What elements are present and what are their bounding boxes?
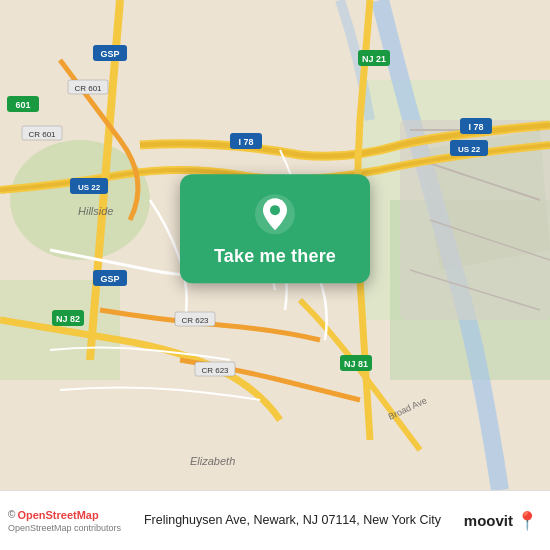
osm-logo: OpenStreetMap (17, 509, 98, 521)
osm-attribution: © OpenStreetMap (8, 509, 121, 521)
moovit-logo: moovit 📍 (464, 510, 538, 532)
svg-text:NJ 21: NJ 21 (362, 54, 386, 64)
svg-text:Hillside: Hillside (78, 205, 113, 217)
osm-contributors: OpenStreetMap contributors (8, 523, 121, 533)
svg-text:I 78: I 78 (238, 137, 253, 147)
svg-text:601: 601 (15, 100, 30, 110)
bottom-bar: © OpenStreetMap OpenStreetMap contributo… (0, 490, 550, 550)
svg-text:NJ 81: NJ 81 (344, 359, 368, 369)
moovit-pin-icon: 📍 (516, 510, 538, 532)
address-text: Frelinghuysen Ave, Newark, NJ 07114, New… (144, 512, 441, 528)
svg-text:CR 623: CR 623 (181, 316, 209, 325)
svg-text:US 22: US 22 (78, 183, 101, 192)
location-card[interactable]: Take me there (180, 174, 370, 283)
svg-text:CR 623: CR 623 (201, 366, 229, 375)
take-me-there-button[interactable]: Take me there (214, 246, 336, 267)
location-pin-icon (253, 192, 297, 236)
svg-text:CR 601: CR 601 (74, 84, 102, 93)
svg-text:NJ 82: NJ 82 (56, 314, 80, 324)
svg-text:CR 601: CR 601 (28, 130, 56, 139)
svg-text:I 78: I 78 (468, 122, 483, 132)
svg-text:US 22: US 22 (458, 145, 481, 154)
copyright-symbol: © (8, 509, 15, 520)
map-view: I 78 I 78 US 22 US 22 NJ 21 GSP GSP NJ 8… (0, 0, 550, 490)
svg-text:Elizabeth: Elizabeth (190, 455, 235, 467)
svg-point-43 (270, 205, 280, 215)
attribution-section: © OpenStreetMap OpenStreetMap contributo… (8, 509, 121, 533)
svg-text:GSP: GSP (100, 274, 119, 284)
svg-text:GSP: GSP (100, 49, 119, 59)
address-section: Frelinghuysen Ave, Newark, NJ 07114, New… (121, 512, 464, 528)
moovit-text: moovit (464, 512, 513, 529)
